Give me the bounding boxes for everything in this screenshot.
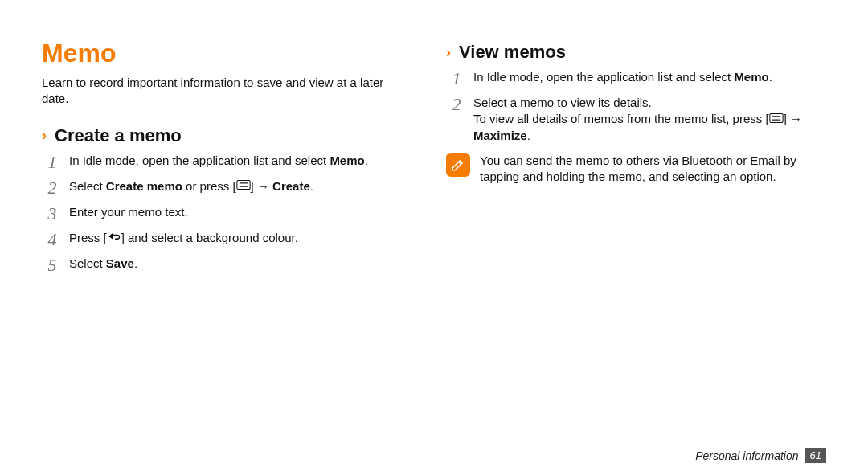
step-number: 2 — [45, 179, 59, 197]
step-text: Press [ — [69, 231, 107, 244]
step-text: . — [769, 70, 772, 84]
page: Memo Learn to record important informati… — [0, 0, 868, 471]
step-2: 2 Select Create memo or press [] → Creat… — [45, 178, 422, 196]
step-body: Press [] and select a background colour. — [69, 230, 298, 247]
subheading-label: View memos — [459, 42, 566, 63]
footer-page-number: 61 — [805, 448, 826, 463]
step-bold: Memo — [330, 154, 364, 167]
step-text: Select — [69, 256, 106, 270]
menu-icon — [236, 178, 251, 194]
step-body: Select a memo to view its details. To vi… — [473, 95, 811, 145]
view-steps: 1 In Idle mode, open the application lis… — [446, 69, 826, 145]
subheading-create: › Create a memo — [42, 125, 422, 146]
step-body: Enter your memo text. — [69, 204, 188, 220]
step-text: or press [ — [182, 179, 236, 193]
note-text: You can send the memo to others via Blue… — [480, 153, 801, 186]
step-text: . — [310, 179, 313, 193]
step-3: 3 Enter your memo text. — [45, 204, 422, 222]
step-number: 5 — [45, 256, 59, 274]
step-bold: Create — [272, 179, 310, 193]
step-body: In Idle mode, open the application list … — [69, 153, 368, 169]
page-footer: Personal information 61 — [695, 448, 826, 463]
step-text: Select a memo to view its details. — [473, 96, 652, 109]
step-number: 1 — [449, 70, 464, 88]
main-title: Memo — [42, 39, 422, 68]
svg-marker-3 — [108, 234, 113, 240]
step-text: In Idle mode, open the application list … — [69, 154, 330, 167]
step-4: 4 Press [] and select a background colou… — [45, 230, 422, 248]
step-bold: Create memo — [106, 179, 182, 193]
step-number: 1 — [45, 154, 59, 171]
step-text: ] and select a background colour. — [121, 231, 298, 244]
step-bold: Maximize — [473, 129, 527, 142]
right-column: › View memos 1 In Idle mode, open the ap… — [446, 39, 826, 471]
svg-rect-0 — [236, 181, 249, 190]
step-text: . — [527, 129, 530, 142]
step-text: . — [134, 256, 137, 270]
step-number: 3 — [45, 205, 59, 223]
subheading-label: Create a memo — [55, 125, 182, 146]
note-icon — [446, 153, 470, 177]
step-body: Select Save. — [69, 256, 137, 272]
step-text: ] → — [784, 112, 802, 125]
left-column: Memo Learn to record important informati… — [42, 39, 422, 471]
step-5: 5 Select Save. — [45, 256, 422, 273]
step-bold: Save — [106, 256, 134, 270]
menu-icon — [769, 111, 784, 127]
subheading-view: › View memos — [446, 42, 826, 63]
step-1: 1 In Idle mode, open the application lis… — [45, 153, 422, 170]
step-text: In Idle mode, open the application list … — [473, 70, 734, 84]
note-row: You can send the memo to others via Blue… — [446, 153, 826, 186]
create-steps: 1 In Idle mode, open the application lis… — [42, 153, 422, 273]
step-text: . — [365, 154, 368, 167]
footer-section: Personal information — [695, 449, 798, 462]
step-body: Select Create memo or press [] → Create. — [69, 178, 313, 195]
step-number: 4 — [45, 231, 59, 248]
step-2: 2 Select a memo to view its details. To … — [449, 95, 826, 145]
step-bold: Memo — [734, 70, 768, 84]
chevron-icon: › — [42, 127, 47, 144]
step-text: ] → — [251, 179, 273, 193]
step-body: In Idle mode, open the application list … — [473, 69, 772, 85]
step-1: 1 In Idle mode, open the application lis… — [449, 69, 826, 87]
step-text: Select — [69, 179, 106, 193]
back-icon — [107, 229, 121, 245]
chevron-icon: › — [446, 44, 451, 61]
step-text: To view all details of memos from the me… — [473, 112, 769, 125]
intro-text: Learn to record important information to… — [42, 75, 411, 108]
svg-rect-4 — [769, 114, 782, 123]
step-number: 2 — [449, 96, 464, 113]
